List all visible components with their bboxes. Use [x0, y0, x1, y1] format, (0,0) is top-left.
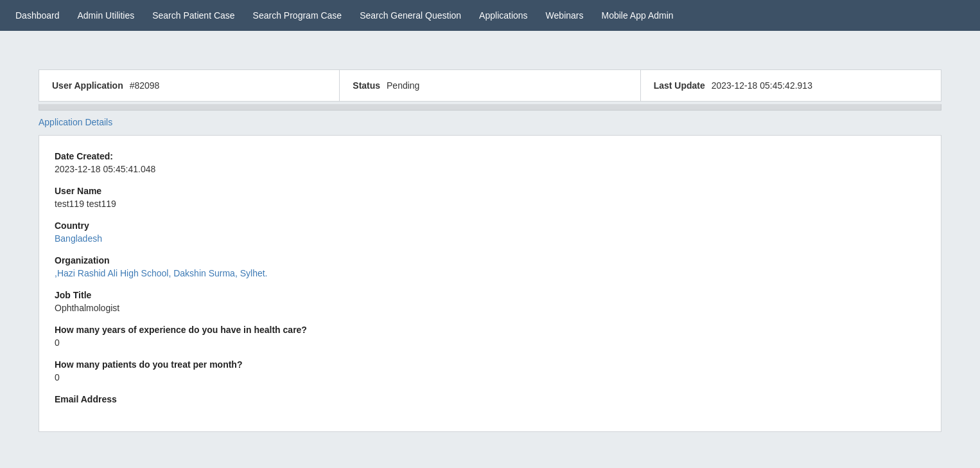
job-title-row: Job Title Ophthalmologist: [55, 290, 925, 313]
job-title-label: Job Title: [55, 290, 925, 300]
user-name-value: test119 test119: [55, 199, 925, 209]
organization-value: ,Hazi Rashid Ali High School, Dakshin Su…: [55, 268, 925, 278]
user-name-label: User Name: [55, 186, 925, 196]
nav-dashboard[interactable]: Dashboard: [6, 0, 69, 31]
last-update-value: 2023-12-18 05:45:42.913: [712, 80, 812, 91]
main-navigation: Dashboard Admin Utilities Search Patient…: [0, 0, 980, 31]
job-title-value: Ophthalmologist: [55, 303, 925, 313]
subheader-bar: [39, 104, 941, 111]
patients-value: 0: [55, 372, 925, 382]
patients-row: How many patients do you treat per month…: [55, 359, 925, 382]
country-label: Country: [55, 221, 925, 231]
application-id-cell: User Application #82098: [39, 70, 340, 101]
date-created-row: Date Created: 2023-12-18 05:45:41.048: [55, 151, 925, 174]
email-row: Email Address: [55, 394, 925, 404]
nav-search-program-case[interactable]: Search Program Case: [244, 0, 351, 31]
user-name-row: User Name test119 test119: [55, 186, 925, 209]
details-card: Date Created: 2023-12-18 05:45:41.048 Us…: [39, 135, 941, 432]
last-update-cell: Last Update 2023-12-18 05:45:42.913: [641, 70, 941, 101]
nav-mobile-app-admin[interactable]: Mobile App Admin: [593, 0, 683, 31]
nav-applications[interactable]: Applications: [470, 0, 537, 31]
email-label: Email Address: [55, 394, 925, 404]
application-id-label: User Application: [52, 80, 123, 91]
country-value: Bangladesh: [55, 233, 925, 244]
country-row: Country Bangladesh: [55, 221, 925, 244]
experience-value: 0: [55, 338, 925, 348]
status-label: Status: [353, 80, 380, 91]
application-header-card: User Application #82098 Status Pending L…: [39, 69, 941, 102]
application-id-value: #82098: [130, 80, 160, 91]
nav-webinars[interactable]: Webinars: [537, 0, 593, 31]
organization-label: Organization: [55, 255, 925, 266]
nav-admin-utilities[interactable]: Admin Utilities: [69, 0, 144, 31]
organization-row: Organization ,Hazi Rashid Ali High Schoo…: [55, 255, 925, 278]
last-update-label: Last Update: [654, 80, 705, 91]
patients-label: How many patients do you treat per month…: [55, 359, 925, 370]
nav-search-patient-case[interactable]: Search Patient Case: [143, 0, 243, 31]
nav-search-general-question[interactable]: Search General Question: [351, 0, 470, 31]
page-content: User Application #82098 Status Pending L…: [0, 31, 980, 445]
experience-row: How many years of experience do you have…: [55, 325, 925, 348]
experience-label: How many years of experience do you have…: [55, 325, 925, 335]
status-cell: Status Pending: [340, 70, 640, 101]
section-title: Application Details: [39, 117, 941, 127]
date-created-label: Date Created:: [55, 151, 925, 161]
status-value: Pending: [387, 80, 419, 91]
date-created-value: 2023-12-18 05:45:41.048: [55, 164, 925, 174]
